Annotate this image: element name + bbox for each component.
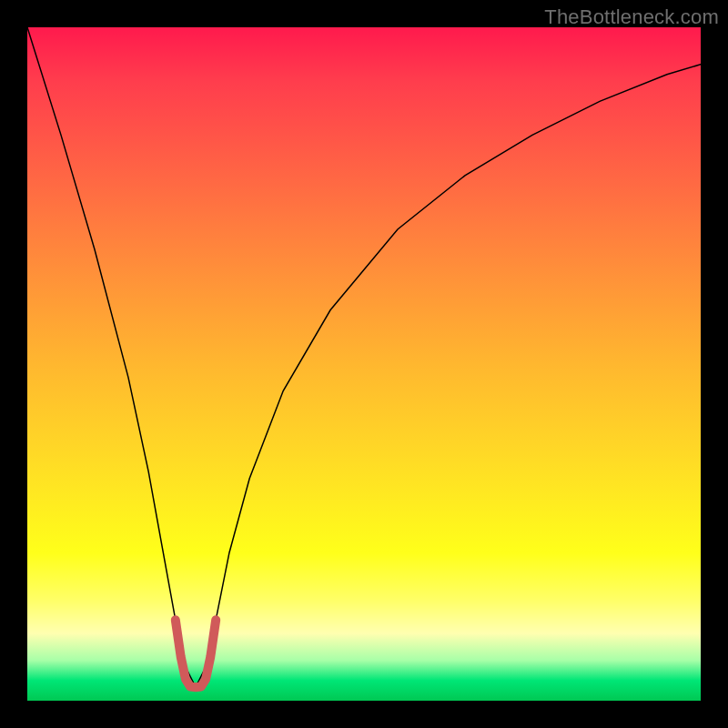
chart-frame: TheBottleneck.com — [0, 0, 728, 728]
watermark-text: TheBottleneck.com — [544, 5, 719, 29]
optimal-marker — [176, 620, 216, 687]
chart-plot-area — [27, 27, 701, 701]
chart-svg — [27, 27, 701, 701]
bottleneck-curve — [27, 27, 701, 687]
